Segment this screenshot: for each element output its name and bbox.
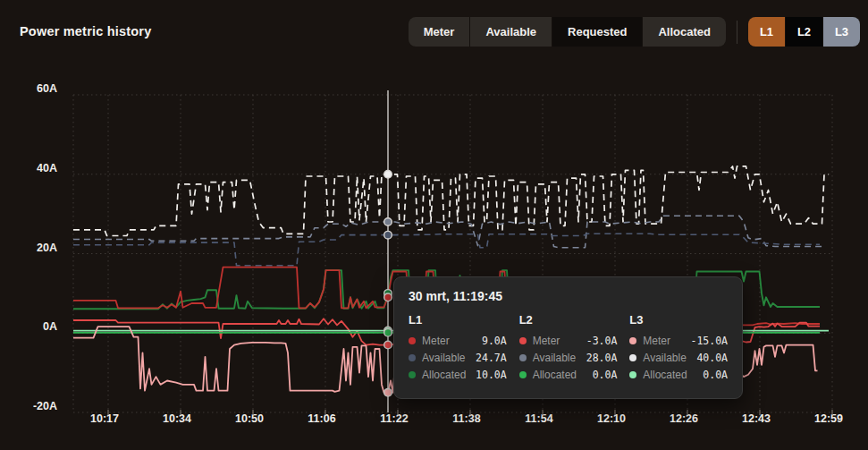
tooltip-metric-label: Meter [643, 335, 690, 347]
y-tick-label: 40A [16, 162, 57, 174]
tooltip-metric-value: 9.0A [482, 335, 507, 347]
tooltip-phase-header: L3 [629, 313, 728, 327]
series-line-l3-available [73, 166, 829, 236]
y-tick-label: 20A [16, 242, 57, 254]
toggle-phase-l2[interactable]: L2 [786, 17, 822, 47]
tooltip-column-l3: L3Meter-15.0AAvailable40.0AAllocated0.0A [629, 313, 728, 383]
allocated-series-dot-icon [519, 371, 527, 378]
allocated-series-dot-icon [409, 371, 416, 378]
tooltip-metric-label: Available [643, 352, 696, 364]
tooltip-column-l2: L2Meter-3.0AAvailable28.0AAllocated0.0A [519, 313, 618, 383]
tooltip-row-meter: Meter-15.0A [629, 332, 728, 349]
phase-toggle-group: L1L2L3 [748, 17, 860, 47]
tooltip-phase-header: L2 [519, 313, 618, 327]
tooltip-metric-label: Available [422, 352, 476, 364]
toggle-available[interactable]: Available [470, 17, 552, 47]
meter-series-dot-icon [629, 337, 636, 344]
tooltip-row-available: Available28.0A [519, 349, 618, 366]
y-tick-label: -20A [16, 400, 57, 412]
tooltip-row-meter: Meter-3.0A [519, 332, 618, 349]
allocated-series-dot-icon [629, 371, 636, 378]
series-line-l1-available [73, 233, 820, 266]
tooltip-metric-label: Meter [533, 335, 586, 347]
tooltip-metric-value: -15.0A [690, 335, 728, 347]
y-tick-label: 60A [16, 82, 57, 95]
y-tick-label: 0A [16, 320, 57, 333]
tooltip-metric-label: Allocated [643, 369, 703, 381]
toggle-meter[interactable]: Meter [409, 17, 470, 47]
crosshair-marker [384, 231, 392, 239]
available-series-dot-icon [409, 354, 416, 361]
available-series-dot-icon [629, 354, 636, 361]
crosshair-marker [384, 293, 392, 301]
crosshair-marker [384, 329, 392, 337]
tooltip-row-allocated: Allocated10.0A [409, 366, 507, 383]
tooltip-column-l1: L1Meter9.0AAvailable24.7AAllocated10.0A [409, 313, 507, 383]
available-series-dot-icon [519, 354, 527, 361]
tooltip-row-available: Available40.0A [629, 349, 728, 366]
crosshair-marker [384, 170, 392, 178]
tooltip-metric-value: 24.7A [476, 352, 507, 364]
crosshair-marker [384, 218, 392, 226]
crosshair-marker [384, 341, 392, 349]
tooltip-metric-label: Allocated [422, 369, 476, 381]
metric-toggle-group: MeterAvailableRequestedAllocated [409, 17, 726, 47]
toolbar-divider [737, 21, 737, 44]
tooltip-metric-value: 40.0A [696, 352, 728, 364]
chart-toolbar: MeterAvailableRequestedAllocated L1L2L3 [409, 17, 860, 47]
tooltip-row-available: Available24.7A [409, 349, 507, 366]
tooltip-metric-value: 0.0A [593, 369, 618, 381]
meter-series-dot-icon [409, 337, 416, 344]
tooltip-phase-header: L1 [409, 313, 507, 327]
toggle-requested[interactable]: Requested [552, 17, 642, 47]
tooltip-row-allocated: Allocated0.0A [629, 366, 728, 383]
tooltip-columns: L1Meter9.0AAvailable24.7AAllocated10.0AL… [409, 313, 728, 383]
page-title: Power metric history [20, 24, 151, 38]
series-line-l2-available [73, 216, 824, 247]
tooltip-metric-value: 0.0A [703, 369, 728, 381]
power-metric-history-panel: Power metric history MeterAvailableReque… [0, 0, 868, 450]
tooltip-metric-value: 28.0A [586, 352, 618, 364]
tooltip-timestamp: 30 mrt, 11:19:45 [409, 289, 728, 303]
tooltip-metric-label: Available [533, 352, 586, 364]
tooltip-metric-label: Allocated [533, 369, 593, 381]
tooltip-metric-label: Meter [422, 335, 482, 347]
toggle-phase-l3[interactable]: L3 [823, 17, 860, 47]
tooltip-metric-value: -3.0A [586, 335, 618, 347]
toggle-phase-l1[interactable]: L1 [748, 17, 785, 47]
meter-series-dot-icon [519, 337, 527, 344]
tooltip-row-allocated: Allocated0.0A [519, 366, 618, 383]
tooltip-row-meter: Meter9.0A [409, 332, 507, 349]
toggle-allocated[interactable]: Allocated [643, 17, 726, 47]
tooltip-metric-value: 10.0A [476, 369, 507, 381]
chart-tooltip: 30 mrt, 11:19:45 L1Meter9.0AAvailable24.… [393, 276, 743, 399]
crosshair-marker [384, 389, 392, 397]
